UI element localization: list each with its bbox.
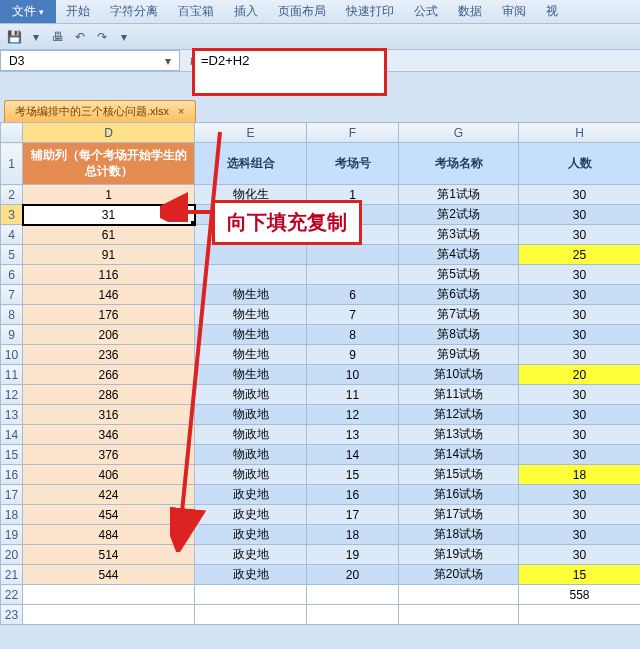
row-header-9[interactable]: 9 [1, 325, 23, 345]
cell-G5[interactable]: 第4试场 [399, 245, 519, 265]
row-header-1[interactable]: 1 [1, 143, 23, 185]
row-header-20[interactable]: 20 [1, 545, 23, 565]
cell-D14[interactable]: 346 [23, 425, 195, 445]
menu-tab-0[interactable]: 开始 [56, 0, 100, 24]
cell-F21[interactable]: 20 [307, 565, 399, 585]
row-header-14[interactable]: 14 [1, 425, 23, 445]
cell-H2[interactable]: 30 [519, 185, 641, 205]
cell-D17[interactable]: 424 [23, 485, 195, 505]
row-header-22[interactable]: 22 [1, 585, 23, 605]
cell[interactable] [23, 585, 195, 605]
cell-H7[interactable]: 30 [519, 285, 641, 305]
cell[interactable] [195, 605, 307, 625]
cell-H20[interactable]: 30 [519, 545, 641, 565]
row-header-4[interactable]: 4 [1, 225, 23, 245]
menu-tab-7[interactable]: 数据 [448, 0, 492, 24]
cell-H8[interactable]: 30 [519, 305, 641, 325]
cell-F5[interactable] [307, 245, 399, 265]
row-header-5[interactable]: 5 [1, 245, 23, 265]
cell-H6[interactable]: 30 [519, 265, 641, 285]
cell-D21[interactable]: 544 [23, 565, 195, 585]
cell-F7[interactable]: 6 [307, 285, 399, 305]
row-header-13[interactable]: 13 [1, 405, 23, 425]
row-header-6[interactable]: 6 [1, 265, 23, 285]
menu-tab-8[interactable]: 审阅 [492, 0, 536, 24]
cell-G6[interactable]: 第5试场 [399, 265, 519, 285]
cell-G11[interactable]: 第10试场 [399, 365, 519, 385]
cell-F17[interactable]: 16 [307, 485, 399, 505]
cell-H14[interactable]: 30 [519, 425, 641, 445]
cell-H10[interactable]: 30 [519, 345, 641, 365]
cell-G3[interactable]: 第2试场 [399, 205, 519, 225]
cell-H4[interactable]: 30 [519, 225, 641, 245]
cell-H12[interactable]: 30 [519, 385, 641, 405]
menu-tab-2[interactable]: 百宝箱 [168, 0, 224, 24]
formula-input[interactable] [201, 53, 378, 68]
cell-F8[interactable]: 7 [307, 305, 399, 325]
cell-H15[interactable]: 30 [519, 445, 641, 465]
cell-H3[interactable]: 30 [519, 205, 641, 225]
cell-H11[interactable]: 20 [519, 365, 641, 385]
cell-F6[interactable] [307, 265, 399, 285]
row-header-19[interactable]: 19 [1, 525, 23, 545]
cell-F9[interactable]: 8 [307, 325, 399, 345]
cell-F12[interactable]: 11 [307, 385, 399, 405]
select-all-corner[interactable] [1, 123, 23, 143]
cell[interactable] [307, 605, 399, 625]
cell-H19[interactable]: 30 [519, 525, 641, 545]
menu-file[interactable]: 文件 ▾ [0, 0, 56, 23]
cell-F10[interactable]: 9 [307, 345, 399, 365]
cell-D10[interactable]: 236 [23, 345, 195, 365]
cell-F15[interactable]: 14 [307, 445, 399, 465]
cell-H9[interactable]: 30 [519, 325, 641, 345]
cell-G13[interactable]: 第12试场 [399, 405, 519, 425]
cell[interactable] [399, 585, 519, 605]
cell-D15[interactable]: 376 [23, 445, 195, 465]
cell-D7[interactable]: 146 [23, 285, 195, 305]
row-header-10[interactable]: 10 [1, 345, 23, 365]
row-header-7[interactable]: 7 [1, 285, 23, 305]
cell-F13[interactable]: 12 [307, 405, 399, 425]
cell-D5[interactable]: 91 [23, 245, 195, 265]
cell-H13[interactable]: 30 [519, 405, 641, 425]
cell[interactable] [307, 585, 399, 605]
header-F[interactable]: 考场号 [307, 143, 399, 185]
cell-E21[interactable]: 政史地 [195, 565, 307, 585]
header-D[interactable]: 辅助列（每个考场开始学生的总计数） [23, 143, 195, 185]
row-header-23[interactable]: 23 [1, 605, 23, 625]
cell-H22[interactable]: 558 [519, 585, 641, 605]
row-header-2[interactable]: 2 [1, 185, 23, 205]
cell-G8[interactable]: 第7试场 [399, 305, 519, 325]
name-box[interactable]: D3 ▾ [0, 50, 180, 71]
more-icon[interactable]: ▾ [116, 29, 132, 45]
cell-G17[interactable]: 第16试场 [399, 485, 519, 505]
menu-tab-1[interactable]: 字符分离 [100, 0, 168, 24]
cell-G4[interactable]: 第3试场 [399, 225, 519, 245]
row-header-18[interactable]: 18 [1, 505, 23, 525]
cell-D12[interactable]: 286 [23, 385, 195, 405]
new-icon[interactable]: ▾ [28, 29, 44, 45]
workbook-tab[interactable]: 考场编排中的三个核心问题.xlsx × [4, 100, 196, 122]
cell-D11[interactable]: 266 [23, 365, 195, 385]
menu-tab-9[interactable]: 视 [536, 0, 568, 24]
menu-tab-3[interactable]: 插入 [224, 0, 268, 24]
col-header-F[interactable]: F [307, 123, 399, 143]
cell[interactable] [399, 605, 519, 625]
row-header-21[interactable]: 21 [1, 565, 23, 585]
cell[interactable] [23, 605, 195, 625]
cell-D16[interactable]: 406 [23, 465, 195, 485]
row-header-12[interactable]: 12 [1, 385, 23, 405]
menu-tab-5[interactable]: 快速打印 [336, 0, 404, 24]
cell-F14[interactable]: 13 [307, 425, 399, 445]
redo-icon[interactable]: ↷ [94, 29, 110, 45]
cell-H18[interactable]: 30 [519, 505, 641, 525]
row-header-15[interactable]: 15 [1, 445, 23, 465]
cell-G10[interactable]: 第9试场 [399, 345, 519, 365]
col-header-G[interactable]: G [399, 123, 519, 143]
cell-D6[interactable]: 116 [23, 265, 195, 285]
cell-D20[interactable]: 514 [23, 545, 195, 565]
cell-G21[interactable]: 第20试场 [399, 565, 519, 585]
cell-G14[interactable]: 第13试场 [399, 425, 519, 445]
header-H[interactable]: 人数 [519, 143, 641, 185]
cell[interactable] [195, 585, 307, 605]
